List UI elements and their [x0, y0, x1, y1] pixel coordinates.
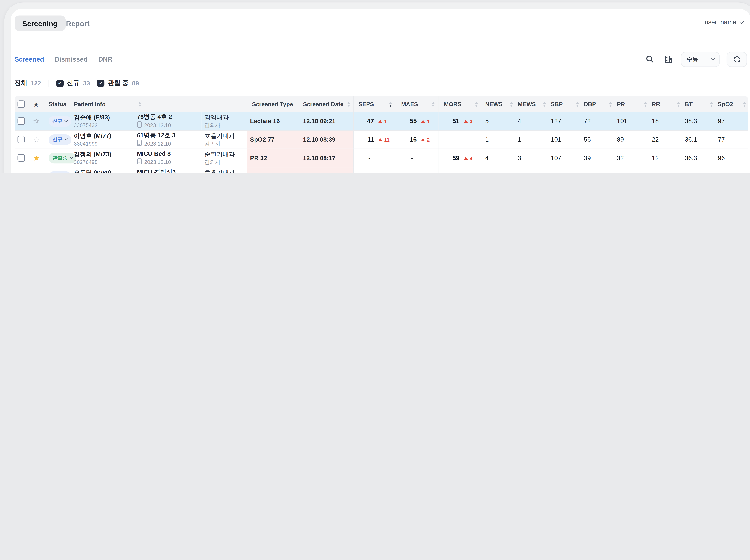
delta-up-icon [464, 120, 468, 122]
status-badge-dropdown[interactable]: 신규 [48, 171, 71, 173]
sort-icon[interactable] [743, 102, 746, 106]
tab-screening[interactable]: Screening [15, 16, 65, 31]
star-toggle[interactable]: ★ [33, 154, 40, 162]
col-screened-date: Screened Date [297, 96, 353, 112]
col-maes: MAES [396, 96, 439, 112]
screened-type-cell: PR 32 [247, 149, 297, 167]
star-header-icon[interactable]: ★ [33, 100, 39, 108]
screened-patients-table: ★ Status Patient info Screened Type Scre… [15, 96, 748, 173]
col-patient-sort [134, 96, 202, 112]
sort-icon[interactable] [138, 102, 141, 106]
sort-icon[interactable] [432, 102, 435, 106]
risk-value: 51 [439, 118, 459, 125]
table-row[interactable]: ☆신규이명호 (M/77)3304199961병동 12호 32023.12.1… [15, 130, 748, 149]
copy-icon[interactable] [137, 140, 142, 147]
col-bt: BT [682, 96, 715, 112]
vital-cell: 56 [581, 130, 614, 148]
vital-cell: 92 [715, 167, 748, 173]
subtab-dnr[interactable]: DNR [98, 56, 113, 63]
chevron-down-icon [739, 19, 744, 23]
subtab-screened[interactable]: Screened [15, 56, 44, 63]
user-name-label: user_name [705, 18, 736, 26]
star-toggle[interactable]: ☆ [33, 136, 40, 143]
refresh-mode-select[interactable]: 수동 [681, 52, 720, 67]
table-row[interactable]: ☆신규김순애 (F/83)3307543276병동 4호 22023.12.10… [15, 112, 748, 130]
patient-id: 30276498 [74, 159, 98, 165]
sort-icon[interactable] [677, 102, 680, 106]
sort-icon[interactable] [609, 102, 612, 106]
vital-cell: 18 [649, 112, 682, 130]
search-icon[interactable] [644, 53, 656, 65]
sort-icon[interactable] [576, 102, 579, 106]
department: 순환기내과 [204, 151, 235, 158]
bed-location: MICU Bed 8 [137, 151, 171, 158]
screened-date-cell: 12.10 08:17 [297, 149, 353, 167]
patient-name: 이명호 (M/77) [74, 133, 111, 140]
vital-cell: 8 [515, 167, 548, 173]
sort-icon[interactable] [348, 102, 350, 106]
vital-cell: 89 [614, 130, 649, 148]
table-row[interactable]: ★관찰중김정의 (M/73)30276498MICU Bed 82023.12.… [15, 149, 748, 167]
sort-icon[interactable] [543, 102, 546, 106]
screened-date-cell: 12.10 08:10 [297, 167, 353, 173]
status-cell: 신규 [45, 130, 71, 148]
chevron-down-icon [65, 137, 68, 140]
patient-name: 김순애 (F/83) [74, 115, 110, 121]
copy-icon[interactable] [137, 122, 142, 129]
bed-location: MICU 격리실3 [137, 169, 176, 173]
patient-id-line: 33041999 [74, 141, 98, 146]
col-mews: MEWS [515, 96, 548, 112]
row-checkbox[interactable] [18, 136, 25, 143]
chevron-down-icon [711, 57, 715, 61]
filter-total: 전체 122 [15, 79, 41, 87]
vital-cell: 22 [649, 130, 682, 148]
subtab-dismissed[interactable]: Dismissed [55, 56, 87, 63]
checkbox-cell [15, 149, 30, 167]
sort-icon[interactable] [644, 102, 647, 106]
tab-report[interactable]: Report [66, 16, 90, 31]
patient-id-line: 33075432 [74, 122, 98, 128]
new-filter-checkbox[interactable]: ✓ [56, 79, 64, 87]
select-all-checkbox[interactable] [18, 100, 25, 108]
copy-icon [137, 140, 142, 146]
patient-id: 33041999 [74, 141, 98, 146]
sort-icon[interactable] [389, 102, 392, 106]
table-row[interactable]: ☆신규오동명 (M/80)31115423MICU 격리실32023.12.10… [15, 167, 748, 173]
patient-name: 김정의 (M/73) [74, 151, 111, 158]
risk-score-cell: 551 [396, 112, 439, 130]
vital-cell: 38.3 [682, 112, 715, 130]
desktop: Screening Report user_name Screened Dism… [0, 0, 750, 173]
star-toggle[interactable]: ☆ [33, 118, 40, 125]
risk-score-cell: 594 [439, 149, 482, 167]
copy-icon[interactable] [137, 159, 142, 166]
list-toolbar: Screened Dismissed DNR 수동 [11, 50, 750, 68]
screened-type-cell: SpO2 77 [247, 130, 297, 148]
checkbox-cell [15, 167, 30, 173]
delta-up-icon [464, 157, 468, 159]
sort-icon[interactable] [510, 102, 513, 106]
patient-cell: 순환기내과김의사 [202, 149, 247, 167]
copy-icon [137, 122, 142, 128]
delta-up-icon [378, 120, 382, 122]
filter-observing[interactable]: ✓ 관찰 중 89 [97, 79, 139, 87]
filter-total-count: 122 [31, 79, 41, 87]
observing-filter-checkbox[interactable]: ✓ [97, 79, 104, 87]
col-status: Status [45, 96, 71, 112]
chevron-down-icon [65, 119, 68, 122]
vital-cell: 35.8 [682, 167, 715, 173]
sort-icon[interactable] [475, 102, 478, 106]
patient-cell: 김순애 (F/83)33075432 [71, 112, 134, 130]
risk-value: 11 [354, 136, 374, 143]
row-checkbox[interactable] [18, 118, 25, 125]
sort-icon[interactable] [710, 102, 713, 106]
user-menu[interactable]: user_name [705, 18, 743, 26]
building-icon[interactable] [663, 53, 674, 65]
refresh-button[interactable] [727, 52, 747, 67]
risk-delta: 3 [464, 118, 483, 124]
status-badge-dropdown[interactable]: 신규 [48, 116, 71, 126]
filter-new[interactable]: ✓ 신규 33 [56, 79, 90, 87]
department: 호흡기내과 [204, 170, 235, 173]
status-badge-dropdown[interactable]: 신규 [48, 134, 71, 145]
vital-cell: 36.3 [682, 149, 715, 167]
row-checkbox[interactable] [18, 154, 25, 162]
